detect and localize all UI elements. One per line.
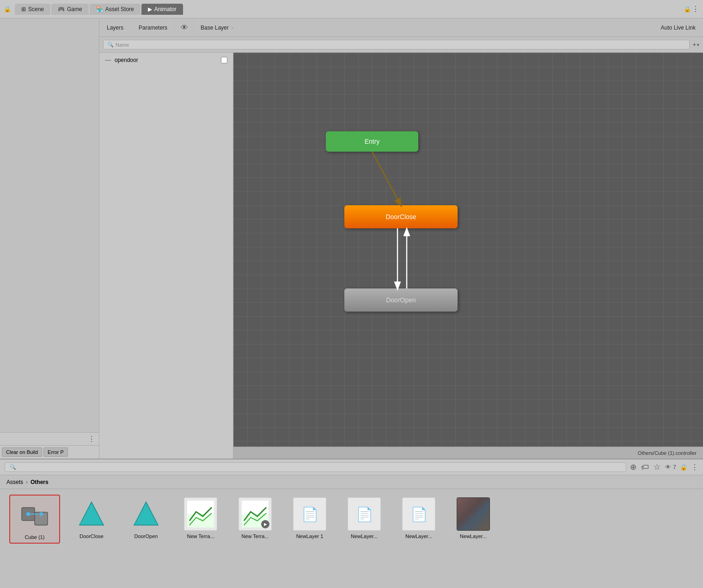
- tab-asset-store-label: Asset Store: [105, 6, 134, 12]
- search-icon: 🔍: [107, 42, 114, 48]
- tab-game[interactable]: 🎮 Game: [51, 4, 89, 15]
- animator-canvas[interactable]: Entry DoorClose DoorOpen: [233, 53, 703, 459]
- fb-toolbar: ⊕ 🏷 ☆ 👁 7: [630, 462, 676, 472]
- error-pause-tab[interactable]: Error P: [43, 447, 68, 457]
- dropdown-icon: ▾: [697, 43, 699, 47]
- console-bar: Clear on Build Error P: [0, 446, 99, 459]
- file-browser-topbar: 🔍 ⊕ 🏷 ☆ 👁 7 🔒 ⋮: [0, 459, 703, 475]
- file-label-terrain2: New Terra...: [241, 533, 269, 539]
- photo-icon: [457, 497, 490, 531]
- file-item-dooropen[interactable]: DoorOpen: [123, 495, 169, 542]
- topbar-more-icon[interactable]: ⋮: [692, 5, 699, 13]
- layers-list: — opendoor: [99, 53, 233, 459]
- fb-select-icon[interactable]: ⊕: [630, 462, 636, 472]
- auto-live-link-label: Auto Live Link: [661, 24, 696, 31]
- breadcrumb-folder[interactable]: Others: [31, 479, 49, 485]
- dooropen-label: DoorOpen: [386, 296, 416, 304]
- breadcrumb-assets[interactable]: Assets: [6, 479, 23, 485]
- file-label-newlayer3: NewLayer...: [405, 533, 432, 539]
- tab-scene-label: Scene: [28, 6, 44, 12]
- tab-layers-label: Layers: [107, 24, 123, 31]
- tab-asset-store[interactable]: 🏪 Asset Store: [90, 4, 141, 15]
- canvas-footer-text: Others/Cube (1).controller: [638, 450, 697, 456]
- dooropen-icon: [129, 497, 163, 531]
- fb-lock-icon: 🔒: [680, 464, 687, 471]
- animator-icon: ▶: [148, 6, 152, 12]
- newlayer1-icon: 📄: [293, 497, 326, 531]
- cube-icon: [18, 498, 51, 532]
- search-box[interactable]: 🔍 Name: [103, 40, 690, 49]
- plus-icon: +: [692, 41, 696, 48]
- tab-parameters-label: Parameters: [139, 24, 167, 31]
- file-label-doorclose: DoorClose: [79, 533, 104, 539]
- layer-checkbox[interactable]: [221, 57, 227, 63]
- more-icon[interactable]: ⋮: [88, 435, 95, 443]
- tab-bar: 🔒 ⊞ Scene 🎮 Game 🏪 Asset Store ▶ Animato…: [0, 0, 703, 18]
- scene-icon: ⊞: [21, 6, 26, 12]
- tab-animator-label: Animator: [154, 6, 177, 12]
- fb-eye-icon[interactable]: 👁 7: [665, 464, 676, 471]
- tab-animator[interactable]: ▶ Animator: [141, 4, 183, 15]
- file-label-newlayer1: NewLayer 1: [296, 533, 324, 539]
- entry-node[interactable]: Entry: [326, 131, 418, 152]
- tab-parameters[interactable]: Parameters: [131, 18, 175, 37]
- file-browser: 🔍 ⊕ 🏷 ☆ 👁 7 🔒 ⋮ Assets › Others: [0, 459, 703, 588]
- breadcrumb-sep: ›: [26, 479, 28, 485]
- clear-on-build-tab[interactable]: Clear on Build: [2, 447, 42, 457]
- fb-star-icon[interactable]: ☆: [654, 462, 660, 472]
- asset-store-icon: 🏪: [96, 6, 103, 12]
- left-panel-upper: [0, 18, 99, 433]
- animator-area: Layers Parameters 👁 Base Layer › Auto Li…: [99, 18, 703, 459]
- layer-dash-icon: —: [105, 56, 111, 63]
- animator-header: Layers Parameters 👁 Base Layer › Auto Li…: [99, 18, 703, 37]
- auto-live-link-btn[interactable]: Auto Live Link: [653, 18, 703, 37]
- terrain2-icon: ▶: [238, 497, 272, 531]
- base-layer-label: Base Layer: [201, 24, 229, 31]
- file-item-newlayer2[interactable]: 📄 NewLayer...: [341, 495, 387, 542]
- file-label-dooropen: DoorOpen: [134, 533, 158, 539]
- left-panel-more[interactable]: ⋮: [0, 433, 99, 446]
- file-item-cube[interactable]: Cube (1): [9, 495, 60, 544]
- base-layer-btn[interactable]: Base Layer ›: [194, 18, 239, 37]
- file-label-photo: NewLayer...: [460, 533, 487, 539]
- doorclose-label: DoorClose: [385, 213, 416, 220]
- canvas-arrows: [233, 53, 703, 459]
- file-item-terrain2[interactable]: ▶ New Terra...: [232, 495, 278, 542]
- chevron-right-icon: ›: [232, 25, 233, 30]
- search-placeholder: Name: [116, 42, 129, 48]
- file-item-terrain1[interactable]: New Terra...: [177, 495, 224, 542]
- file-item-photo[interactable]: NewLayer...: [450, 495, 496, 542]
- tab-scene[interactable]: ⊞ Scene: [15, 4, 50, 15]
- game-icon: 🎮: [58, 6, 65, 12]
- add-layer-btn[interactable]: + ▾: [692, 41, 699, 48]
- layer-item[interactable]: — opendoor: [99, 53, 233, 67]
- fb-search-box[interactable]: 🔍: [5, 462, 626, 472]
- dooropen-node[interactable]: DoorOpen: [344, 288, 458, 312]
- file-label-newlayer2: NewLayer...: [351, 533, 378, 539]
- left-panel: ⋮ Clear on Build Error P: [0, 18, 99, 459]
- eye-button[interactable]: 👁: [175, 18, 194, 37]
- doorclose-node[interactable]: DoorClose: [344, 205, 458, 228]
- file-label-terrain1: New Terra...: [187, 533, 214, 539]
- layer-name: opendoor: [115, 57, 217, 63]
- file-item-newlayer1[interactable]: 📄 NewLayer 1: [287, 495, 333, 542]
- file-item-newlayer3[interactable]: 📄 NewLayer...: [396, 495, 442, 542]
- layers-subheader: 🔍 Name + ▾: [99, 37, 703, 53]
- tab-layers[interactable]: Layers: [99, 18, 131, 37]
- newlayer3-icon: 📄: [402, 497, 435, 531]
- file-label-cube: Cube (1): [25, 534, 45, 540]
- fb-search-icon: 🔍: [10, 464, 16, 470]
- topbar-lock-icon: 🔒: [684, 6, 691, 12]
- canvas-footer: Others/Cube (1).controller: [233, 447, 703, 459]
- fb-tag-icon[interactable]: 🏷: [641, 463, 649, 472]
- eye-icon: 👁: [181, 24, 188, 32]
- file-item-doorclose[interactable]: DoorClose: [68, 495, 115, 542]
- entry-label: Entry: [365, 138, 380, 145]
- tab-game-label: Game: [67, 6, 82, 12]
- terrain1-icon: [184, 497, 217, 531]
- lock-icon: 🔒: [4, 6, 11, 12]
- breadcrumb: Assets › Others: [0, 475, 703, 489]
- svg-line-0: [372, 152, 401, 205]
- file-browser-content: Cube (1) DoorClose: [0, 489, 703, 588]
- fb-more-icon[interactable]: ⋮: [691, 463, 698, 472]
